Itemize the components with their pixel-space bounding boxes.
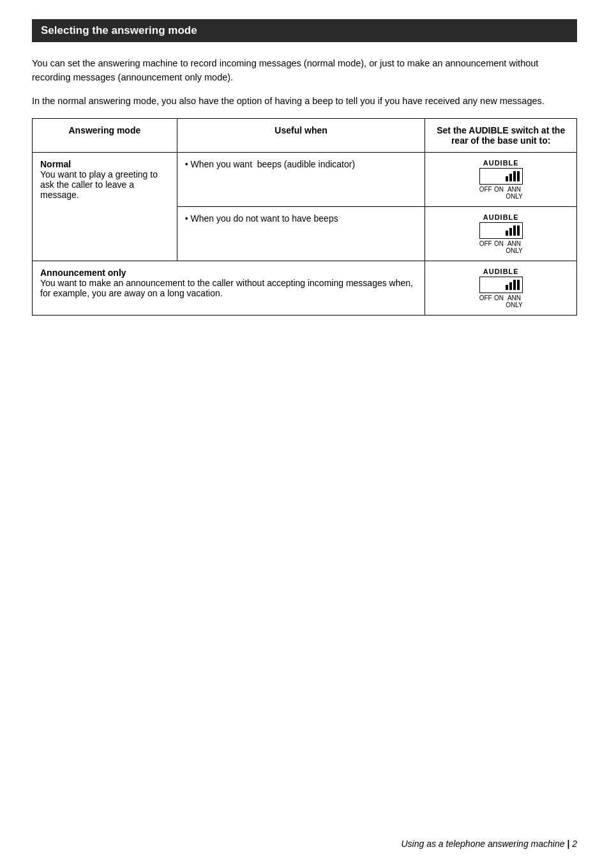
col-header-switch: Set the AUDIBLE switch at the rear of th…	[425, 119, 577, 153]
mode-desc-normal: You want to play a greeting to ask the c…	[40, 169, 158, 200]
switch-slider-box-ann	[479, 277, 523, 293]
page-title: Selecting the answering mode	[32, 19, 577, 42]
switch-off-diagram: AUDIBLE OFF O	[433, 213, 569, 254]
switch-cell-off: AUDIBLE OFF O	[425, 207, 577, 261]
mode-desc-ann: You want to make an announcement to the …	[40, 278, 413, 298]
footer: Using as a telephone answering machine |…	[32, 826, 577, 849]
table-row: Announcement only You want to make an an…	[33, 261, 577, 316]
switch-slider-box	[479, 168, 523, 185]
table-header-row: Answering mode Useful when Set the AUDIB…	[33, 119, 577, 153]
announcement-only-cell: Announcement only You want to make an an…	[33, 261, 425, 316]
switch-cell-on: AUDIBLE OF	[425, 153, 577, 207]
footer-text: Using as a telephone answering machine	[401, 839, 564, 849]
mode-table: Answering mode Useful when Set the AUDIB…	[32, 118, 577, 316]
mode-name-normal: Normal	[40, 159, 71, 169]
switch-slider-box-off	[479, 222, 523, 239]
useful-when-beeps: • When you want beeps (audible indicator…	[177, 153, 425, 207]
switch-ann-diagram: AUDIBLE OFF O	[433, 268, 569, 308]
intro-para1: You can set the answering machine to rec…	[32, 56, 577, 85]
col-header-mode: Answering mode	[33, 119, 177, 153]
mode-normal-cell: Normal You want to play a greeting to as…	[33, 153, 177, 261]
table-row: Normal You want to play a greeting to as…	[33, 153, 577, 207]
intro-para2: In the normal answering mode, you also h…	[32, 94, 577, 108]
col-header-useful: Useful when	[177, 119, 425, 153]
switch-on-diagram: AUDIBLE OF	[433, 159, 569, 200]
switch-cell-ann: AUDIBLE OFF O	[425, 261, 577, 316]
intro-section: You can set the answering machine to rec…	[32, 56, 577, 108]
useful-when-no-beeps: • When you do not want to have beeps	[177, 207, 425, 261]
title-text: Selecting the answering mode	[41, 24, 197, 36]
footer-page: 2	[572, 839, 577, 849]
mode-name-ann: Announcement only	[40, 268, 126, 278]
